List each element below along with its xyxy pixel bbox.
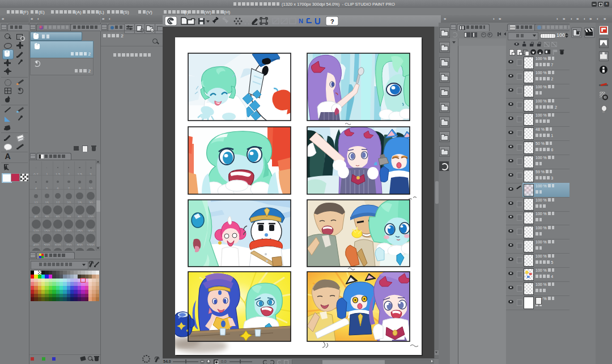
- svg-text:N: N: [299, 18, 303, 24]
- svg-text:?: ?: [330, 18, 334, 25]
